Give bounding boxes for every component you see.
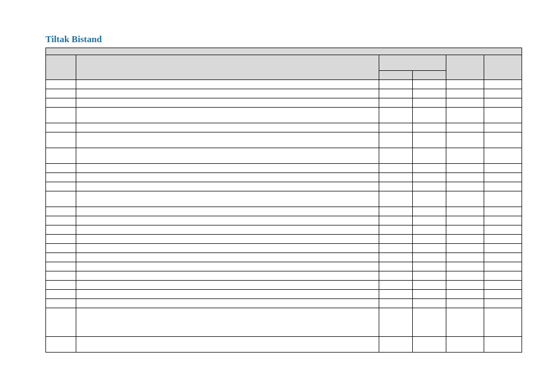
table-cell <box>76 225 379 235</box>
table-cell <box>413 244 446 253</box>
table-cell <box>76 108 379 123</box>
table-cell <box>379 148 413 164</box>
table-cell <box>76 308 379 337</box>
table-row <box>46 98 522 108</box>
table-cell <box>379 182 413 191</box>
table-cell <box>484 235 522 244</box>
table-cell <box>76 262 379 271</box>
table-cell <box>76 123 379 132</box>
header-col-d <box>413 71 446 80</box>
table-cell <box>46 281 76 290</box>
table-cell <box>446 271 484 281</box>
table-cell <box>413 108 446 123</box>
table-cell <box>484 132 522 148</box>
table-cell <box>484 89 522 98</box>
table-cell <box>76 281 379 290</box>
table-cell <box>46 148 76 164</box>
table-cell <box>76 244 379 253</box>
table-cell <box>379 89 413 98</box>
table-cell <box>413 262 446 271</box>
table-cell <box>446 262 484 271</box>
table-cell <box>484 123 522 132</box>
table-cell <box>446 216 484 225</box>
table-cell <box>446 308 484 337</box>
table-cell <box>379 299 413 308</box>
table-row <box>46 89 522 98</box>
table-cell <box>446 123 484 132</box>
table-cell <box>484 182 522 191</box>
table-cell <box>484 253 522 262</box>
table-cell <box>76 290 379 299</box>
table-cell <box>484 262 522 271</box>
table-cell <box>76 173 379 182</box>
table-cell <box>484 299 522 308</box>
table-cell <box>484 308 522 337</box>
table-cell <box>413 290 446 299</box>
table-cell <box>379 262 413 271</box>
table-cell <box>484 225 522 235</box>
table-row <box>46 235 522 244</box>
table-cell <box>413 299 446 308</box>
table-cell <box>413 89 446 98</box>
table-cell <box>379 337 413 353</box>
table-cell <box>379 281 413 290</box>
table-cell <box>379 108 413 123</box>
table-cell <box>379 173 413 182</box>
table-cell <box>446 173 484 182</box>
table-cell <box>76 148 379 164</box>
table-row <box>46 262 522 271</box>
tiltak-bistand-table <box>45 48 521 353</box>
table-cell <box>446 207 484 216</box>
page-title: Tiltak Bistand <box>45 34 102 45</box>
table-cell <box>379 207 413 216</box>
table-row <box>46 225 522 235</box>
table-cell <box>446 191 484 207</box>
table-cell <box>46 216 76 225</box>
table-cell <box>484 216 522 225</box>
table-cell <box>76 253 379 262</box>
table-cell <box>413 191 446 207</box>
header-col-f <box>484 55 522 80</box>
table-cell <box>76 98 379 108</box>
table-cell <box>413 225 446 235</box>
table-cell <box>379 253 413 262</box>
table-cell <box>46 308 76 337</box>
table-row <box>46 173 522 182</box>
table-cell <box>46 337 76 353</box>
table-row <box>46 253 522 262</box>
table-cell <box>484 244 522 253</box>
table-row <box>46 164 522 173</box>
table-cell <box>46 182 76 191</box>
table-cell <box>76 235 379 244</box>
table-cell <box>379 216 413 225</box>
table-cell <box>413 337 446 353</box>
table-cell <box>413 235 446 244</box>
table-cell <box>446 108 484 123</box>
table-cell <box>46 123 76 132</box>
table-cell <box>76 80 379 89</box>
table-cell <box>446 253 484 262</box>
table-cell <box>413 164 446 173</box>
table-row <box>46 216 522 225</box>
table-cell <box>46 235 76 244</box>
table-row <box>46 108 522 123</box>
table-cell <box>379 132 413 148</box>
table-row <box>46 281 522 290</box>
table-row <box>46 290 522 299</box>
table-cell <box>484 337 522 353</box>
table-cell <box>446 182 484 191</box>
header-col-cd-group <box>379 55 446 71</box>
table-cell <box>379 98 413 108</box>
table-cell <box>46 225 76 235</box>
table-cell <box>379 244 413 253</box>
table-cell <box>46 132 76 148</box>
table-cell <box>46 262 76 271</box>
table-cell <box>46 164 76 173</box>
table-cell <box>413 308 446 337</box>
table-cell <box>379 235 413 244</box>
table-cell <box>484 98 522 108</box>
table-cell <box>484 271 522 281</box>
table-cell <box>413 132 446 148</box>
table-row <box>46 182 522 191</box>
table-row <box>46 337 522 353</box>
